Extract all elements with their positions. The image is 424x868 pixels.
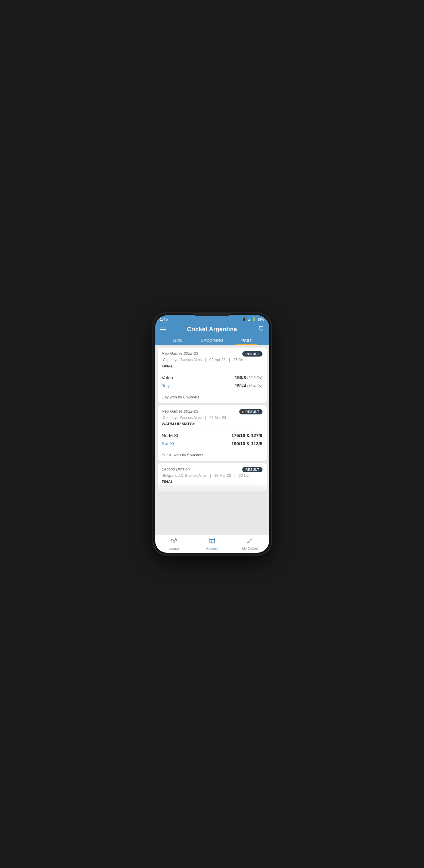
- team-row-3-1: Lomas (DIV 2) 140/5 (20.0 Ov): [162, 489, 263, 492]
- venue-info-1: Corimayo, Buenos Aires | 02-Apr-23 | 25 …: [162, 358, 263, 362]
- svg-rect-0: [210, 538, 215, 543]
- team-score-2-2: 190/10 & 113/5: [232, 441, 263, 446]
- team-name-1-1: Valen: [162, 375, 173, 380]
- tab-upcoming[interactable]: UPCOMING: [195, 335, 229, 345]
- matches-icon: [209, 537, 216, 546]
- nav-league[interactable]: League: [155, 537, 193, 550]
- match-type-1: FINAL: [162, 364, 263, 371]
- team-score-1-1: 150/8 (20.0 Ov): [235, 375, 263, 380]
- team-score-1-2: 151/4 (16.4 Ov): [235, 383, 263, 388]
- page-title: Cricket Argentina: [187, 326, 237, 333]
- team-name-3-1: Lomas (DIV 2): [162, 491, 191, 492]
- team-name-2-2: Sur XI: [162, 441, 175, 446]
- card-header-2: Rep Games 2022-23 RESULT: [162, 409, 263, 414]
- team-row-1-1: Valen 150/8 (20.0 Ov): [162, 373, 263, 381]
- league-name-3: Second Division: [162, 467, 190, 471]
- status-bar: 1:45 📳 ▲ 🔋 89%: [155, 315, 269, 323]
- team-score-3-1: 140/5 (20.0 Ov): [235, 491, 263, 492]
- app-header: Cricket Argentina ⛉: [155, 323, 269, 335]
- team-score-2-1: 175/10 & 127/9: [232, 433, 263, 438]
- nav-league-label: League: [169, 547, 180, 550]
- matches-list: Rep Games 2022-23 RESULT Corimayo, Bueno…: [155, 345, 269, 535]
- nav-mycricket[interactable]: My Cricket: [231, 537, 269, 550]
- team-name-2-1: Norte XI: [162, 433, 178, 438]
- match-result-1: July won by 6 wickets: [162, 392, 263, 399]
- match-card-1[interactable]: Rep Games 2022-23 RESULT Corimayo, Bueno…: [158, 347, 267, 403]
- team-row-1-2: July 151/4 (16.4 Ov): [162, 381, 263, 390]
- match-result-2: Sur XI won by 5 wickets: [162, 450, 263, 457]
- league-name-2: Rep Games 2022-23: [162, 409, 198, 413]
- result-badge-1: RESULT: [242, 351, 262, 356]
- trophy-icon: [171, 537, 178, 546]
- match-type-3: FINAL: [162, 479, 263, 487]
- menu-button[interactable]: [160, 328, 166, 331]
- card-header-1: Rep Games 2022-23 RESULT: [162, 351, 263, 356]
- tab-bar: LIVE UPCOMING PAST: [155, 335, 269, 345]
- wifi-icon: ▲: [248, 318, 251, 321]
- match-card-2[interactable]: Rep Games 2022-23 RESULT Corimayo, Bueno…: [158, 405, 267, 461]
- status-icons: 📳 ▲ 🔋 89%: [242, 317, 264, 321]
- result-badge-3: RESULT: [242, 467, 262, 472]
- team-name-1-2: July: [162, 383, 170, 388]
- filter-button[interactable]: ⛉: [258, 326, 264, 333]
- nav-mycricket-label: My Cricket: [242, 547, 258, 550]
- svg-point-5: [247, 542, 248, 543]
- screen: 1:45 📳 ▲ 🔋 89% Cricket Argentina ⛉ LIVE …: [155, 315, 269, 553]
- result-badge-2: RESULT: [239, 409, 263, 414]
- vibrate-icon: 📳: [242, 317, 246, 321]
- tab-past[interactable]: PAST: [229, 335, 264, 345]
- phone-shell: 1:45 📳 ▲ 🔋 89% Cricket Argentina ⛉ LIVE …: [153, 313, 271, 555]
- team-row-2-2: Sur XI 190/10 & 113/5: [162, 439, 263, 447]
- league-name-1: Rep Games 2022-23: [162, 351, 198, 355]
- battery-percent: 89%: [258, 318, 264, 321]
- nav-matches-label: Matches: [206, 547, 218, 550]
- battery-icon: 🔋: [252, 317, 256, 321]
- nav-matches[interactable]: Matches: [193, 537, 231, 550]
- tab-live[interactable]: LIVE: [160, 335, 195, 345]
- status-time: 1:45: [160, 317, 168, 321]
- bottom-nav: League Matches: [155, 535, 269, 553]
- venue-info-2: Corimayo, Buenos Aires | 26-Mar-23: [162, 415, 263, 420]
- team-row-2-1: Norte XI 175/10 & 127/9: [162, 431, 263, 439]
- match-type-2: WARM UP MATCH: [162, 422, 263, 429]
- match-card-3[interactable]: Second Division RESULT Belgrano AC, Buen…: [158, 463, 267, 492]
- card-header-3: Second Division RESULT: [162, 467, 263, 472]
- cricket-icon: [246, 537, 254, 546]
- venue-info-3: Belgrano AC, Buenos Aires | 19-Mar-23 | …: [162, 473, 263, 478]
